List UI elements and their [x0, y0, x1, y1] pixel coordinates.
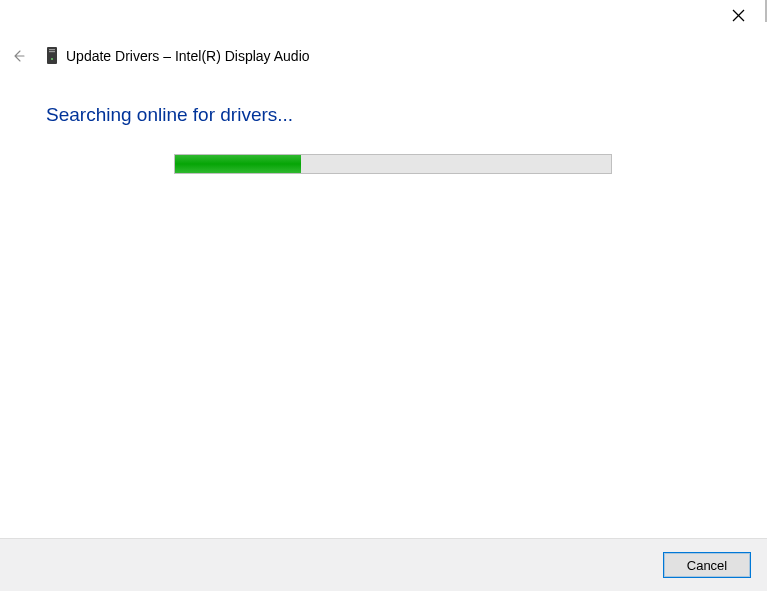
svg-rect-4 [49, 51, 55, 52]
titlebar [731, 0, 767, 32]
close-button[interactable] [731, 8, 745, 22]
progress-bar [174, 154, 612, 174]
content-area: Searching online for drivers... [46, 104, 721, 174]
window-title: Update Drivers – Intel(R) Display Audio [66, 48, 310, 64]
back-arrow-icon [11, 49, 25, 63]
device-icon [46, 47, 58, 65]
cancel-button[interactable]: Cancel [663, 552, 751, 578]
back-button[interactable] [10, 48, 26, 64]
svg-point-5 [51, 58, 53, 60]
status-heading: Searching online for drivers... [46, 104, 721, 126]
svg-rect-3 [49, 49, 55, 50]
computer-tower-icon [46, 47, 58, 65]
close-icon [732, 9, 745, 22]
footer: Cancel [0, 538, 767, 591]
progress-fill [175, 155, 301, 173]
wizard-header: Update Drivers – Intel(R) Display Audio [10, 44, 757, 68]
